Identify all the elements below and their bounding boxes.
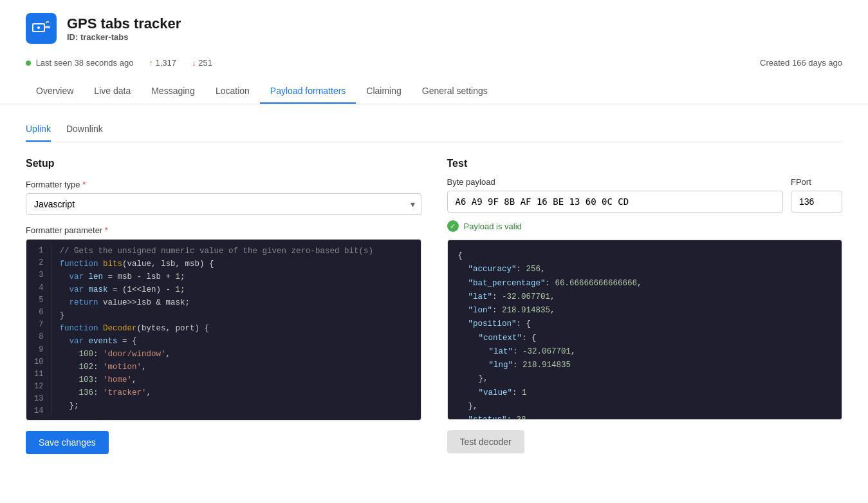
created-date: Created 166 days ago (760, 58, 842, 68)
up-arrow-icon: ↑ (149, 58, 153, 68)
test-decoder-button[interactable]: Test decoder (447, 430, 524, 453)
valid-checkmark-icon (447, 220, 459, 232)
formatter-type-select[interactable]: Javascript (26, 193, 421, 215)
tab-location[interactable]: Location (205, 79, 260, 104)
code-area[interactable]: 12345 678910 1112131415 // Gets the unsi… (26, 240, 421, 420)
byte-payload-label: Byte payload (447, 177, 784, 187)
device-title-block: GPS tabs tracker ID: tracker-tabs (67, 15, 181, 42)
two-col-layout: Setup Formatter type * Javascript ▾ Form… (26, 158, 842, 454)
code-lines: // Gets the unsigned numeric value of th… (51, 245, 420, 415)
id-label: ID: (67, 32, 78, 42)
device-id: ID: tracker-tabs (67, 32, 181, 42)
save-changes-button[interactable]: Save changes (26, 431, 109, 454)
valid-badge: Payload is valid (447, 220, 843, 232)
device-meta: Last seen 38 seconds ago ↑ 1,317 ↓ 251 C… (26, 52, 842, 74)
online-dot (26, 61, 31, 66)
nav-tabs: Overview Live data Messaging Location Pa… (26, 79, 842, 104)
tab-payload-formatters[interactable]: Payload formatters (260, 79, 356, 104)
formatter-type-label: Formatter type * (26, 180, 421, 189)
main-content: Uplink Downlink Setup Formatter type * J… (0, 104, 868, 467)
setup-section: Setup Formatter type * Javascript ▾ Form… (26, 158, 421, 454)
svg-point-2 (37, 26, 40, 29)
device-icon (26, 13, 57, 44)
sub-tab-downlink[interactable]: Downlink (66, 117, 103, 142)
tracker-icon (31, 18, 51, 39)
required-star: * (82, 180, 86, 189)
sub-tabs: Uplink Downlink (26, 117, 842, 142)
valid-text: Payload is valid (464, 222, 522, 231)
formatter-param-label: Formatter parameter * (26, 225, 421, 235)
payload-row: Byte payload FPort (447, 177, 843, 213)
fport-group: FPort (791, 177, 842, 213)
tab-claiming[interactable]: Claiming (356, 79, 411, 104)
device-info: GPS tabs tracker ID: tracker-tabs (26, 13, 842, 44)
down-count: ↓ 251 (192, 58, 212, 68)
test-section: Test Byte payload FPort Payload is valid… (447, 158, 843, 454)
down-arrow-icon: ↓ (192, 58, 196, 68)
test-title: Test (447, 158, 843, 169)
sub-tab-uplink[interactable]: Uplink (26, 117, 51, 142)
device-name: GPS tabs tracker (67, 15, 181, 32)
formatter-type-wrapper: Javascript ▾ (26, 193, 421, 215)
header: GPS tabs tracker ID: tracker-tabs Last s… (0, 0, 868, 104)
tab-general-settings[interactable]: General settings (412, 79, 498, 104)
tab-live-data[interactable]: Live data (84, 79, 141, 104)
online-status: Last seen 38 seconds ago (26, 58, 133, 68)
line-numbers: 12345 678910 1112131415 (26, 245, 51, 415)
last-seen: Last seen 38 seconds ago (36, 58, 134, 68)
code-editor: 12345 678910 1112131415 // Gets the unsi… (26, 239, 421, 421)
fport-label: FPort (791, 177, 842, 187)
required-star2: * (105, 225, 108, 235)
byte-payload-input[interactable] (447, 191, 784, 213)
id-value: tracker-tabs (80, 32, 128, 42)
byte-payload-group: Byte payload (447, 177, 784, 213)
json-output: { "accuracy": 256, "bat_percentage": 66.… (447, 240, 843, 420)
svg-rect-3 (45, 26, 50, 28)
tab-messaging[interactable]: Messaging (141, 79, 205, 104)
tab-overview[interactable]: Overview (26, 79, 84, 104)
fport-input[interactable] (791, 191, 842, 213)
setup-title: Setup (26, 158, 421, 169)
up-count: ↑ 1,317 (149, 58, 176, 68)
